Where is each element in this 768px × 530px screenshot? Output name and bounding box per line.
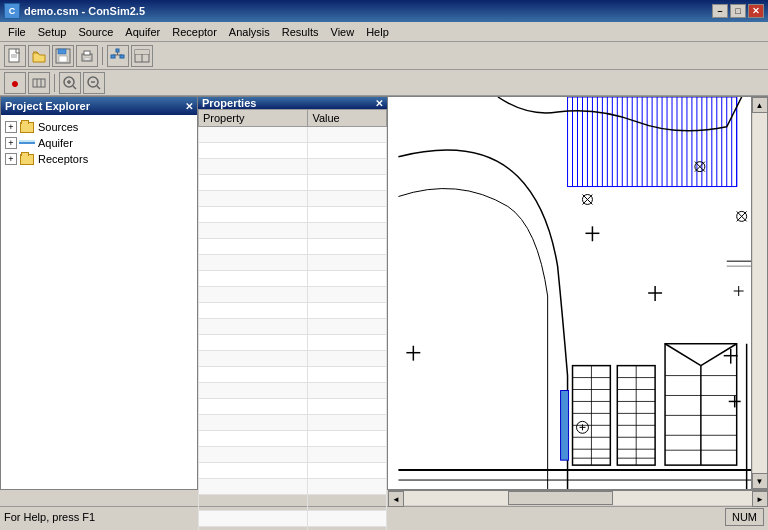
property-row — [199, 303, 387, 319]
open-button[interactable] — [28, 45, 50, 67]
menu-receptor[interactable]: Receptor — [166, 24, 223, 40]
table-view-button[interactable] — [131, 45, 153, 67]
scroll-up-button[interactable]: ▲ — [752, 97, 768, 113]
property-cell — [199, 303, 308, 319]
value-cell — [308, 287, 387, 303]
menu-source[interactable]: Source — [72, 24, 119, 40]
value-cell — [308, 143, 387, 159]
new-button[interactable] — [4, 45, 26, 67]
property-cell — [199, 271, 308, 287]
svg-rect-5 — [59, 56, 67, 62]
property-row — [199, 127, 387, 143]
value-cell — [308, 399, 387, 415]
save-button[interactable] — [52, 45, 74, 67]
toolbar2-separator — [54, 74, 55, 92]
status-help-text: For Help, press F1 — [4, 511, 725, 523]
app-icon: C — [4, 3, 20, 19]
close-button[interactable]: ✕ — [748, 4, 764, 18]
property-cell — [199, 223, 308, 239]
red-tool-button[interactable]: ● — [4, 72, 26, 94]
expand-receptors[interactable]: + — [5, 153, 17, 165]
property-row — [199, 447, 387, 463]
value-cell — [308, 383, 387, 399]
svg-line-28 — [97, 86, 100, 89]
vertical-scrollbar[interactable]: ▲ ▼ — [751, 97, 767, 489]
value-cell — [308, 415, 387, 431]
property-cell — [199, 351, 308, 367]
property-row — [199, 383, 387, 399]
svg-rect-4 — [58, 49, 66, 54]
menu-analysis[interactable]: Analysis — [223, 24, 276, 40]
menu-aquifer[interactable]: Aquifer — [119, 24, 166, 40]
property-row — [199, 335, 387, 351]
properties-table: Property Value // Generate empty rows do… — [198, 109, 387, 530]
property-cell — [199, 319, 308, 335]
property-row — [199, 287, 387, 303]
value-cell — [308, 239, 387, 255]
scroll-right-button[interactable]: ► — [752, 491, 768, 507]
property-cell — [199, 383, 308, 399]
menubar: File Setup Source Aquifer Receptor Analy… — [0, 22, 768, 42]
tools-button[interactable] — [28, 72, 50, 94]
property-cell — [199, 415, 308, 431]
property-cell — [199, 159, 308, 175]
property-cell — [199, 463, 308, 479]
aquifer-label: Aquifer — [38, 137, 73, 149]
property-cell — [199, 175, 308, 191]
properties-close[interactable]: ✕ — [375, 98, 383, 109]
svg-line-25 — [73, 86, 76, 89]
value-cell — [308, 447, 387, 463]
tree-item-receptors[interactable]: + Receptors — [3, 151, 195, 167]
value-cell — [308, 207, 387, 223]
hscroll-track[interactable] — [404, 491, 752, 505]
menu-setup[interactable]: Setup — [32, 24, 73, 40]
property-row — [199, 463, 387, 479]
property-row — [199, 367, 387, 383]
property-row — [199, 191, 387, 207]
tree-item-aquifer[interactable]: + Aquifer — [3, 135, 195, 151]
property-row — [199, 159, 387, 175]
expand-sources[interactable]: + — [5, 121, 17, 133]
svg-rect-19 — [33, 79, 45, 87]
value-cell — [308, 351, 387, 367]
svg-rect-7 — [84, 51, 90, 55]
num-lock-indicator: NUM — [725, 508, 764, 526]
sources-label: Sources — [38, 121, 78, 133]
property-cell — [199, 399, 308, 415]
hscroll-thumb[interactable] — [508, 491, 612, 505]
scroll-left-button[interactable]: ◄ — [388, 491, 404, 507]
property-cell — [199, 367, 308, 383]
menu-help[interactable]: Help — [360, 24, 395, 40]
expand-aquifer[interactable]: + — [5, 137, 17, 149]
cad-drawing — [388, 97, 767, 489]
minimize-button[interactable]: – — [712, 4, 728, 18]
svg-rect-13 — [111, 55, 115, 58]
toolbar1 — [0, 42, 768, 70]
value-cell — [308, 159, 387, 175]
zoom-out-button[interactable] — [83, 72, 105, 94]
receptors-label: Receptors — [38, 153, 88, 165]
project-explorer-title: Project Explorer — [5, 100, 90, 112]
print-button[interactable] — [76, 45, 98, 67]
tree-view-button[interactable] — [107, 45, 129, 67]
value-cell — [308, 255, 387, 271]
maximize-button[interactable]: □ — [730, 4, 746, 18]
menu-results[interactable]: Results — [276, 24, 325, 40]
horizontal-scrollbar[interactable]: ◄ ► — [388, 490, 768, 506]
cad-canvas[interactable]: ▲ ▼ — [388, 96, 768, 490]
property-cell — [199, 527, 308, 531]
menu-view[interactable]: View — [325, 24, 361, 40]
property-row — [199, 351, 387, 367]
menu-file[interactable]: File — [2, 24, 32, 40]
bottom-mid-spacer — [198, 490, 388, 506]
tree-item-sources[interactable]: + Sources — [3, 119, 195, 135]
property-cell — [199, 191, 308, 207]
toolbar2: ● — [0, 70, 768, 96]
project-explorer-close[interactable]: ✕ — [185, 101, 193, 112]
property-row — [199, 255, 387, 271]
zoom-in-button[interactable] — [59, 72, 81, 94]
scroll-track[interactable] — [753, 113, 767, 473]
scroll-down-button[interactable]: ▼ — [752, 473, 768, 489]
sources-folder-icon — [19, 120, 35, 134]
tree-content: + Sources + Aquifer + Receptors — [1, 115, 197, 489]
